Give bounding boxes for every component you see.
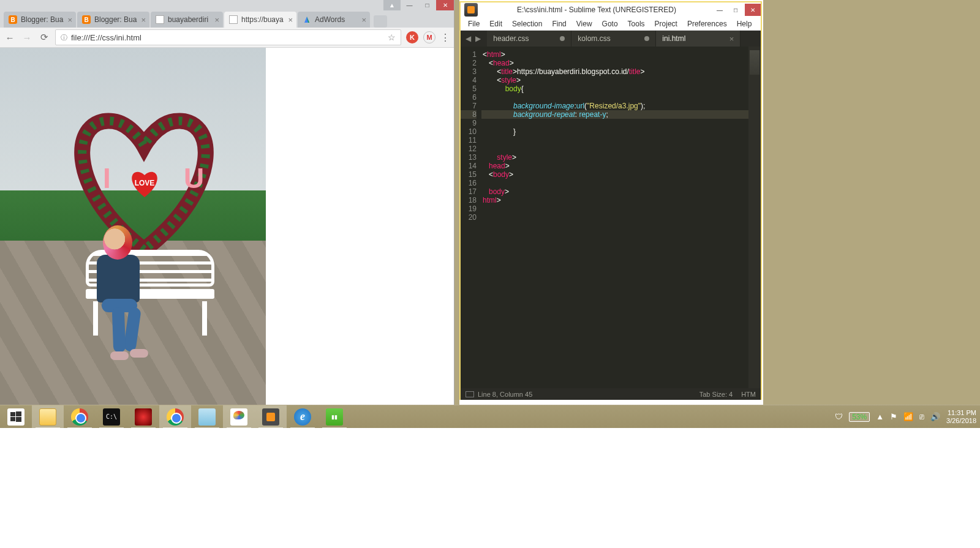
menu-edit[interactable]: Edit	[484, 20, 507, 28]
tray-clock[interactable]: 11:31 PM 3/26/2018	[946, 409, 976, 425]
green-app-icon: ▮▮	[326, 408, 343, 426]
svg-rect-2	[10, 412, 15, 416]
bookmark-star-icon[interactable]: ☆	[388, 32, 396, 42]
tab-close-icon[interactable]: ×	[214, 15, 219, 24]
menu-project[interactable]: Project	[650, 20, 682, 28]
menu-tools[interactable]: Tools	[623, 20, 650, 28]
tray-date: 3/26/2018	[946, 417, 976, 425]
menu-goto[interactable]: Goto	[597, 20, 623, 28]
menu-selection[interactable]: Selection	[507, 20, 547, 28]
svg-rect-4	[10, 417, 15, 421]
start-button[interactable]	[0, 405, 32, 429]
titlebar-spacer	[0, 0, 383, 10]
taskbar-explorer[interactable]	[32, 405, 64, 429]
menu-file[interactable]: File	[463, 20, 484, 28]
sublime-icon	[262, 408, 279, 426]
chrome-menu-icon[interactable]: ⋮	[440, 32, 450, 43]
tab-ini-html[interactable]: https://buaya ×	[224, 12, 296, 28]
taskbar-cmd[interactable]: C:\	[96, 405, 127, 429]
chrome-titlebar[interactable]: ▲ — □ ✕	[0, 0, 454, 10]
sublime-titlebar[interactable]: E:\css\ini.html - Sublime Text (UNREGIST…	[461, 2, 761, 17]
sublime-tab-kolom-css[interactable]: kolom.css	[571, 31, 656, 47]
tray-network-icon[interactable]: 📶	[903, 412, 913, 421]
explorer-icon	[39, 408, 56, 426]
taskbar-ie[interactable]	[287, 405, 318, 429]
chrome-maximize-button[interactable]: □	[418, 0, 436, 10]
tab-label: Blogger: Bua	[21, 15, 65, 24]
taskbar-chrome-2[interactable]	[159, 405, 191, 429]
extension-gmail-icon[interactable]: M	[423, 31, 435, 43]
chrome-close-button[interactable]: ✕	[436, 0, 454, 10]
sublime-window: E:\css\ini.html - Sublime Text (UNREGIST…	[459, 1, 762, 400]
tray-flag-icon[interactable]: ⚑	[890, 412, 897, 421]
sublime-tab-ini-html[interactable]: ini.html×	[656, 31, 741, 47]
tab-buayaberdiri[interactable]: buayaberdiri ×	[151, 12, 223, 28]
sublime-maximize-button[interactable]: □	[728, 4, 744, 16]
tab-label: https://buaya	[241, 15, 285, 24]
new-tab-button[interactable]	[374, 15, 387, 28]
tab-close-icon[interactable]: ×	[729, 34, 734, 43]
red-app-icon	[135, 408, 152, 426]
site-info-icon[interactable]: ⓘ	[61, 33, 67, 42]
chrome-minimize-button[interactable]: —	[401, 0, 418, 10]
chrome-icon	[71, 408, 88, 426]
back-button[interactable]: ←	[4, 32, 16, 43]
blogger-icon: B	[82, 15, 91, 24]
taskbar-notepad[interactable]	[191, 405, 223, 429]
tab-adwords[interactable]: AdWords ×	[298, 12, 370, 28]
address-bar[interactable]: ⓘ file:///E://css/ini.html ☆	[55, 29, 401, 45]
chrome-tabstrip: B Blogger: Bua × B Blogger: Bua × buayab…	[0, 10, 454, 28]
sublime-menubar: File Edit Selection Find View Goto Tools…	[461, 17, 761, 31]
sublime-title: E:\css\ini.html - Sublime Text (UNREGIST…	[481, 6, 712, 14]
sublime-nav-arrows[interactable]: ◀ ▶	[461, 34, 487, 43]
white-area-below	[0, 428, 980, 548]
ie-icon	[294, 408, 311, 426]
tab-close-icon[interactable]: ×	[288, 15, 293, 24]
tray-battery[interactable]: 53%	[849, 412, 870, 422]
taskbar-green-app[interactable]: ▮▮	[318, 405, 350, 429]
windows-logo-icon	[7, 408, 24, 426]
page-icon	[156, 15, 164, 24]
tray-volume-icon[interactable]: 🔊	[930, 412, 940, 421]
sublime-minimize-button[interactable]: —	[712, 4, 728, 16]
extension-k-icon[interactable]: K	[406, 31, 418, 43]
menu-find[interactable]: Find	[547, 20, 571, 28]
dirty-dot-icon	[560, 36, 565, 41]
tray-up-icon[interactable]: ▲	[876, 412, 884, 421]
tab-blogger-1[interactable]: B Blogger: Bua ×	[4, 12, 76, 28]
chrome-user-button[interactable]: ▲	[383, 0, 401, 10]
reload-button[interactable]: ⟳	[38, 32, 50, 43]
tab-label: Blogger: Bua	[94, 15, 138, 24]
panel-icon[interactable]	[466, 391, 474, 397]
taskbar-chrome-1[interactable]	[64, 405, 96, 429]
status-position[interactable]: Line 8, Column 45	[478, 391, 532, 398]
tab-close-icon[interactable]: ×	[141, 15, 146, 24]
menu-view[interactable]: View	[571, 20, 597, 28]
status-syntax[interactable]: HTM	[741, 391, 756, 398]
tray-time: 11:31 PM	[946, 409, 976, 417]
sublime-tabbar: ◀ ▶ header.css kolom.css ini.html×	[461, 31, 761, 47]
code-area[interactable]: <html> <head> <title>https://buayaberdir…	[481, 47, 748, 388]
minimap[interactable]	[748, 47, 761, 388]
taskbar-sublime[interactable]	[255, 405, 287, 429]
sublime-statusbar: Line 8, Column 45 Tab Size: 4 HTM	[461, 388, 761, 400]
svg-rect-5	[16, 417, 21, 422]
chrome-icon	[167, 408, 184, 426]
line-number-gutter[interactable]: 1234567891011121314151617181920	[461, 47, 481, 388]
forward-button[interactable]: →	[21, 32, 33, 43]
sublime-window-buttons: — □ ✕	[712, 4, 761, 16]
tab-close-icon[interactable]: ×	[67, 15, 72, 24]
menu-help[interactable]: Help	[732, 20, 757, 28]
status-tabsize[interactable]: Tab Size: 4	[699, 391, 733, 398]
sublime-tab-header-css[interactable]: header.css	[487, 31, 571, 47]
menu-preferences[interactable]: Preferences	[682, 20, 732, 28]
tray-shield-icon[interactable]: 🛡	[835, 412, 843, 421]
tab-blogger-2[interactable]: B Blogger: Bua ×	[77, 12, 149, 28]
taskbar-app-red[interactable]	[127, 405, 159, 429]
sublime-editor: 1234567891011121314151617181920 <html> <…	[461, 47, 761, 388]
system-tray: 🛡 53% ▲ ⚑ 📶 ⎚ 🔊 11:31 PM 3/26/2018	[835, 405, 980, 428]
tray-device-icon[interactable]: ⎚	[919, 412, 924, 421]
sublime-close-button[interactable]: ✕	[745, 4, 761, 16]
taskbar-paint[interactable]	[223, 405, 255, 429]
tab-close-icon[interactable]: ×	[361, 15, 366, 24]
